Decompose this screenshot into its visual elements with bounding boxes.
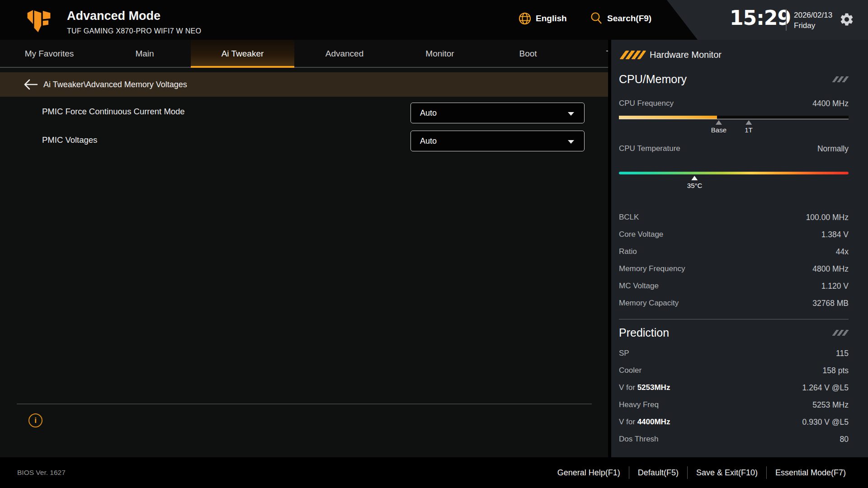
stat-value: 158 pts xyxy=(823,366,849,375)
stat-label-bold: 5253MHz xyxy=(637,383,670,392)
stat-value: 100.00 MHz xyxy=(806,213,849,222)
stat-label: Memory Frequency xyxy=(619,264,685,273)
default-button[interactable]: Default(F5) xyxy=(629,468,687,478)
info-icon[interactable]: i xyxy=(28,413,42,427)
triangle-up-icon xyxy=(745,120,752,125)
stat-row-dos-thresh: Dos Thresh 80 xyxy=(619,431,849,448)
chevron-down-icon xyxy=(568,140,574,144)
stat-value: 5253 MHz xyxy=(812,400,849,410)
stat-label: Core Voltage xyxy=(619,230,663,239)
hazard-stripes-icon xyxy=(619,51,646,59)
setting-label-pmic-force: PMIC Force Continuous Current Mode xyxy=(42,107,185,117)
stat-value: 44x xyxy=(836,247,849,257)
cpu-frequency-bar-fill xyxy=(619,116,717,119)
day-value: Friday xyxy=(794,20,832,31)
stat-row-cooler: Cooler 158 pts xyxy=(619,362,849,379)
cpu-frequency-bar xyxy=(619,116,849,119)
tab-ai-tweaker[interactable]: Ai Tweaker xyxy=(191,40,294,68)
chevron-down-icon xyxy=(568,112,574,116)
settings-gear-icon[interactable] xyxy=(839,12,854,27)
language-button[interactable]: English xyxy=(518,12,567,25)
marker-label: 35°C xyxy=(687,182,703,189)
cpu-memory-stats: BCLK 100.00 MHz Core Voltage 1.384 V Rat… xyxy=(619,209,849,312)
tab-label: Boot xyxy=(519,49,537,59)
hardware-monitor-header: Hardware Monitor xyxy=(619,49,849,61)
stat-row-sp: SP 115 xyxy=(619,345,849,362)
stat-value: 0.930 V @L5 xyxy=(802,418,849,427)
stat-row-core-voltage: Core Voltage 1.384 V xyxy=(619,226,849,243)
stat-row-bclk: BCLK 100.00 MHz xyxy=(619,209,849,226)
tab-main[interactable]: Main xyxy=(99,40,191,68)
stat-label: V for xyxy=(619,418,637,426)
marker-1t: 1T xyxy=(745,119,753,134)
footer-actions: General Help(F1) Default(F5) Save & Exit… xyxy=(549,466,854,479)
tab-label: Main xyxy=(135,49,154,59)
board-name: TUF GAMING X870-PRO WIFI7 W NEO xyxy=(67,27,201,35)
stat-label: V for xyxy=(619,383,637,392)
setting-label-pmic-voltages: PMIC Voltages xyxy=(42,135,97,145)
search-button[interactable]: Search(F9) xyxy=(590,12,651,25)
essential-mode-button[interactable]: Essential Mode(F7) xyxy=(767,468,854,478)
save-exit-button[interactable]: Save & Exit(F10) xyxy=(688,468,766,478)
section-stripes-icon xyxy=(832,76,850,82)
stat-value: 80 xyxy=(840,435,849,444)
tab-label: Tool xyxy=(606,49,608,59)
dropdown-pmic-voltages[interactable]: Auto xyxy=(410,131,585,151)
temperature-marker: 35°C xyxy=(687,174,703,189)
tab-my-favorites[interactable]: My Favorites xyxy=(0,40,99,68)
marker-base: Base xyxy=(711,119,726,134)
dropdown-value: Auto xyxy=(420,136,437,146)
stat-label: Ratio xyxy=(619,247,637,256)
tab-monitor[interactable]: Monitor xyxy=(395,40,485,68)
cpu-frequency-markers: Base 1T xyxy=(619,119,849,139)
globe-icon xyxy=(518,12,532,25)
language-label: English xyxy=(536,14,567,23)
cpu-temperature-row: CPU Temperature Normally xyxy=(619,140,849,157)
dropdown-pmic-force[interactable]: Auto xyxy=(410,103,585,123)
tab-label: My Favorites xyxy=(25,49,74,59)
triangle-up-icon xyxy=(692,176,698,180)
stat-label: BCLK xyxy=(619,213,639,222)
tab-label: Monitor xyxy=(425,49,454,59)
back-arrow-icon[interactable] xyxy=(23,79,39,90)
main-nav: My Favorites Main Ai Tweaker Advanced Mo… xyxy=(0,40,608,68)
panel-divider xyxy=(619,319,849,319)
breadcrumb: Ai Tweaker\Advanced Memory Voltages xyxy=(0,72,608,97)
stat-label: MC Voltage xyxy=(619,282,659,291)
prediction-title: Prediction xyxy=(619,326,669,339)
stat-row-heavy-freq: Heavy Freq 5253 MHz xyxy=(619,396,849,413)
hardware-monitor-panel: Hardware Monitor CPU/Memory CPU Frequenc… xyxy=(611,40,868,457)
tab-label: Ai Tweaker xyxy=(222,49,264,59)
stat-row-v-for-4400: V for 4400MHz 0.930 V @L5 xyxy=(619,413,849,431)
hardware-monitor-title: Hardware Monitor xyxy=(650,50,722,60)
section-stripes-icon xyxy=(832,330,850,336)
tab-tool[interactable]: Tool xyxy=(571,40,608,68)
cpu-frequency-value: 4400 MHz xyxy=(812,99,849,108)
stat-label: Dos Thresh xyxy=(619,435,659,443)
help-divider xyxy=(17,404,592,404)
stat-value: 115 xyxy=(836,349,849,358)
bios-screen: Advanced Mode TUF GAMING X870-PRO WIFI7 … xyxy=(0,0,868,488)
triangle-up-icon xyxy=(716,120,722,125)
tab-advanced[interactable]: Advanced xyxy=(294,40,395,68)
cpu-temperature-markers: 35°C xyxy=(619,174,849,196)
bios-version: BIOS Ver. 1627 xyxy=(17,469,66,477)
prediction-section-header: Prediction xyxy=(619,325,849,340)
general-help-button[interactable]: General Help(F1) xyxy=(549,468,629,478)
stat-label: Cooler xyxy=(619,366,642,375)
stat-row-ratio: Ratio 44x xyxy=(619,243,849,260)
page-title: Advanced Mode xyxy=(67,9,160,23)
stat-row-memory-frequency: Memory Frequency 4800 MHz xyxy=(619,260,849,277)
footer-bar: BIOS Ver. 1627 General Help(F1) Default(… xyxy=(0,457,868,488)
main-content: Ai Tweaker\Advanced Memory Voltages PMIC… xyxy=(0,68,608,457)
tab-boot[interactable]: Boot xyxy=(485,40,571,68)
cpu-frequency-label: CPU Frequency xyxy=(619,99,674,108)
top-bar: Advanced Mode TUF GAMING X870-PRO WIFI7 … xyxy=(0,0,868,40)
stat-row-v-for-5253: V for 5253MHz 1.264 V @L5 xyxy=(619,379,849,396)
breadcrumb-path: Ai Tweaker\Advanced Memory Voltages xyxy=(43,80,187,89)
cpu-frequency-row: CPU Frequency 4400 MHz xyxy=(619,95,849,112)
search-icon xyxy=(590,12,603,25)
cpu-memory-title: CPU/Memory xyxy=(619,73,687,86)
tuf-logo-icon xyxy=(26,8,52,33)
stat-label-bold: 4400MHz xyxy=(637,418,670,426)
